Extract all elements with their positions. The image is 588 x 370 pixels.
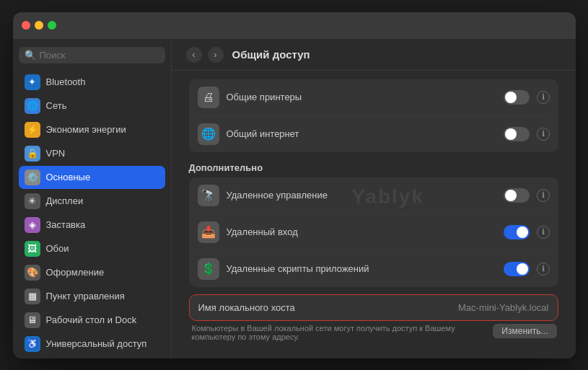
content-area: 🔍 ✦ Bluetooth 🌐 Сеть ⚡ Экономия энергии … (13, 40, 576, 358)
remote-mgmt-toggle[interactable] (504, 188, 530, 203)
remote-login-label: Удаленный вход (227, 226, 496, 237)
minimize-button[interactable] (35, 21, 43, 30)
sidebar-item-label: Заставка (46, 219, 86, 230)
change-hostname-button[interactable]: Изменить... (493, 324, 556, 338)
sidebar-item-label: Дисплеи (46, 195, 84, 206)
search-icon: 🔍 (25, 50, 36, 61)
section1-group: 🖨 Общие принтеры ℹ 🌐 Общий интернет (189, 79, 558, 152)
main-panel: Yablyk ‹ › Общий доступ 🖨 Общие принтеры… (172, 40, 576, 358)
sidebar-item-displays[interactable]: ✳ Дисплеи (19, 190, 165, 213)
sidebar-item-general[interactable]: ⚙️ Основные (19, 166, 165, 189)
control-icon: ▦ (25, 288, 40, 304)
screensaver-icon: ◈ (25, 217, 40, 233)
remote-scripts-toggle[interactable] (504, 262, 530, 276)
internet-info-button[interactable]: ℹ (537, 128, 550, 141)
main-content: 🖨 Общие принтеры ℹ 🌐 Общий интернет (172, 71, 576, 358)
hostname-row: Имя локального хоста Mac-mini-Yablyk.loc… (189, 294, 558, 321)
sidebar-item-label: Bluetooth (46, 76, 86, 87)
internet-toggle[interactable] (504, 127, 530, 141)
remote-mgmt-info-button[interactable]: ℹ (537, 189, 550, 202)
remote-scripts-icon: 💲 (198, 258, 219, 280)
section2-header: Дополнительно (189, 162, 558, 173)
sidebar-item-wallpaper[interactable]: 🖼 Обои (19, 237, 165, 260)
toggle-knob (505, 92, 517, 103)
internet-icon: 🌐 (198, 123, 219, 145)
printers-info-button[interactable]: ℹ (537, 91, 550, 104)
titlebar (13, 12, 576, 40)
sidebar: 🔍 ✦ Bluetooth 🌐 Сеть ⚡ Экономия энергии … (13, 40, 172, 358)
remote-scripts-info-button[interactable]: ℹ (537, 263, 550, 276)
nav-forward-button[interactable]: › (208, 47, 224, 63)
printers-toggle[interactable] (504, 90, 530, 105)
sidebar-item-label: VPN (46, 148, 66, 159)
sidebar-item-label: Пункт управления (46, 291, 125, 301)
vpn-icon: 🔒 (25, 146, 40, 162)
printers-label: Общие принтеры (227, 92, 496, 102)
printers-row: 🖨 Общие принтеры ℹ (198, 79, 550, 116)
bluetooth-icon: ✦ (25, 74, 40, 90)
close-button[interactable] (22, 21, 30, 30)
remote-login-toggle[interactable] (504, 225, 530, 239)
internet-row: 🌐 Общий интернет ℹ (198, 116, 550, 152)
energy-icon: ⚡ (25, 122, 40, 138)
hostname-description: Компьютеры в Вашей локальной сети могут … (190, 324, 465, 341)
internet-label: Общий интернет (227, 128, 496, 139)
sidebar-item-vpn[interactable]: 🔒 VPN (19, 142, 165, 165)
sidebar-item-appearance[interactable]: 🎨 Оформление (19, 261, 165, 284)
section2-group: 🔭 Удаленное управление ℹ 📥 Удаленный вхо… (189, 177, 558, 287)
remote-scripts-row: 💲 Удаленные скрипты приложений ℹ (198, 251, 550, 287)
hostname-label: Имя локального хоста (198, 302, 459, 313)
toggle-knob (517, 263, 528, 275)
remote-mgmt-row: 🔭 Удаленное управление ℹ (198, 177, 550, 214)
search-input[interactable] (40, 50, 159, 61)
toggle-knob (505, 128, 517, 140)
remote-mgmt-label: Удаленное управление (227, 190, 496, 201)
displays-icon: ✳ (25, 193, 40, 209)
sidebar-item-label: Экономия энергии (46, 124, 126, 135)
page-title: Общий доступ (232, 48, 310, 61)
maximize-button[interactable] (48, 21, 56, 30)
accessibility-icon: ♿ (25, 336, 40, 352)
main-header: ‹ › Общий доступ (172, 40, 576, 71)
sidebar-item-label: Рабочий стол и Dock (46, 314, 137, 325)
traffic-lights (22, 21, 56, 30)
toggle-knob (517, 226, 528, 238)
main-window: 🔍 ✦ Bluetooth 🌐 Сеть ⚡ Экономия энергии … (13, 12, 576, 358)
sidebar-item-label: Обои (46, 243, 69, 254)
toggle-knob (505, 190, 517, 201)
sidebar-item-accessibility[interactable]: ♿ Универсальный доступ (19, 332, 165, 356)
sidebar-item-label: Сеть (46, 100, 67, 111)
remote-login-info-button[interactable]: ℹ (537, 226, 550, 239)
printers-icon: 🖨 (198, 87, 219, 108)
sidebar-item-label: Основные (46, 172, 91, 182)
sidebar-item-siri[interactable]: 🍎 Apple Intelligence и Siri (19, 356, 165, 358)
nav-back-button[interactable]: ‹ (186, 47, 202, 63)
sidebar-item-screensaver[interactable]: ◈ Заставка (19, 213, 165, 237)
remote-scripts-label: Удаленные скрипты приложений (227, 263, 496, 274)
remote-login-icon: 📥 (198, 221, 219, 243)
search-bar[interactable]: 🔍 (19, 47, 165, 63)
wallpaper-icon: 🖼 (25, 241, 40, 257)
sidebar-item-label: Оформление (46, 267, 105, 278)
desktop-icon: 🖥 (25, 312, 40, 328)
sidebar-item-network[interactable]: 🌐 Сеть (19, 94, 165, 118)
sidebar-item-energy[interactable]: ⚡ Экономия энергии (19, 118, 165, 141)
network-icon: 🌐 (25, 98, 40, 114)
sidebar-item-desktop[interactable]: 🖥 Рабочий стол и Dock (19, 309, 165, 332)
sidebar-item-label: Универсальный доступ (46, 338, 147, 349)
remote-mgmt-icon: 🔭 (198, 185, 219, 206)
remote-login-row: 📥 Удаленный вход ℹ (198, 214, 550, 251)
sidebar-item-control[interactable]: ▦ Пункт управления (19, 285, 165, 308)
general-icon: ⚙️ (25, 169, 40, 185)
appearance-icon: 🎨 (25, 265, 40, 281)
sidebar-item-bluetooth[interactable]: ✦ Bluetooth (19, 71, 165, 94)
hostname-value: Mac-mini-Yablyk.local (458, 302, 548, 313)
